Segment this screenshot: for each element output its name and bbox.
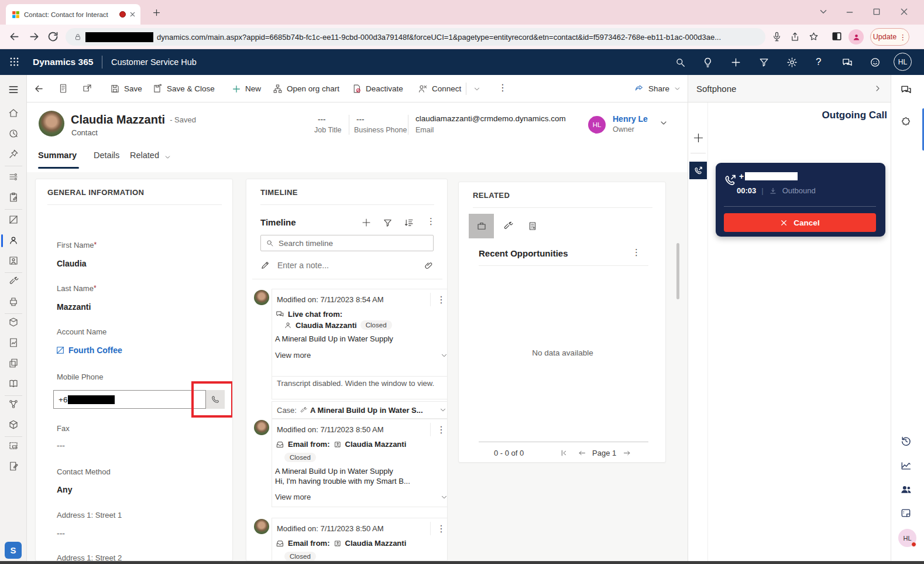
workspace-icon[interactable] [8, 172, 19, 182]
share-page-icon[interactable] [789, 31, 801, 42]
contact-photo-avatar[interactable] [39, 111, 64, 136]
tab-related[interactable]: Related [130, 151, 159, 160]
open-in-new-icon[interactable] [82, 83, 92, 94]
edge-sidebar-icon[interactable] [831, 30, 843, 42]
fax-value[interactable]: --- [57, 441, 65, 450]
tab-summary[interactable]: Summary [38, 151, 77, 160]
entry-from[interactable]: Claudia Mazzanti [296, 321, 357, 330]
knowledge-icon[interactable] [8, 317, 19, 327]
share-button[interactable]: Share [631, 75, 685, 102]
first-page-icon[interactable] [559, 449, 568, 457]
cases-icon[interactable] [8, 276, 19, 286]
related-tab-cases[interactable] [495, 214, 520, 238]
sticky-note-icon[interactable] [900, 507, 912, 519]
header-expand-chevron-icon[interactable] [659, 118, 668, 128]
note-entry-row[interactable]: Enter a note... [260, 260, 434, 270]
people-icon[interactable] [900, 483, 912, 495]
recent-clock-icon[interactable] [8, 128, 19, 139]
contact-method-value[interactable]: Any [57, 485, 72, 494]
history-icon[interactable] [900, 435, 912, 447]
timeline-entry-livechat[interactable]: Modified on: 7/11/2023 8:54 AM ⋮ Live ch… [272, 289, 448, 377]
timeline-kebab-icon[interactable]: ⋮ [427, 216, 435, 227]
queues-icon[interactable] [8, 296, 19, 307]
related-kebab-icon[interactable]: ⋮ [632, 247, 641, 258]
more-commands-chevron-icon[interactable] [473, 85, 481, 93]
active-call-tab[interactable] [689, 162, 707, 179]
flows-icon[interactable] [8, 399, 19, 409]
browser-menu-kebab-icon[interactable]: ⋮ [899, 33, 906, 42]
user-presence-avatar[interactable]: HL [898, 529, 916, 547]
browser-profile-avatar[interactable] [849, 29, 864, 45]
products-icon[interactable] [8, 419, 19, 430]
paperclip-icon[interactable] [424, 261, 434, 270]
app-name[interactable]: Customer Service Hub [111, 57, 197, 67]
browser-update-button[interactable]: Update ⋮ [870, 28, 909, 46]
waffle-icon[interactable] [9, 56, 20, 67]
expand-chevron-icon[interactable] [440, 351, 448, 360]
open-org-chart-button[interactable]: Open org chart [269, 75, 343, 102]
pinned-icon[interactable] [8, 149, 19, 159]
accounts-icon[interactable] [8, 214, 19, 225]
content-scrollbar[interactable] [676, 243, 679, 299]
articles-icon[interactable] [8, 358, 19, 368]
browser-tab[interactable]: Contact: Contact for Interact [6, 4, 140, 25]
smiley-icon[interactable] [870, 57, 881, 68]
social-profiles-icon[interactable] [8, 255, 19, 266]
address1-street1-value[interactable]: --- [57, 529, 65, 538]
overflow-kebab-icon[interactable]: ⋮ [498, 82, 507, 93]
email-value[interactable]: claudiamazzanti@crmdemo.dynamics.com [415, 114, 566, 123]
related-tab-entitlements[interactable] [520, 214, 545, 238]
timeline-search-input[interactable]: Search timeline [260, 235, 434, 251]
help-icon[interactable]: ? [816, 56, 821, 68]
expand-chevron-icon[interactable] [439, 406, 447, 414]
nav-back-icon[interactable] [33, 83, 44, 94]
entry-kebab-icon[interactable]: ⋮ [430, 293, 448, 306]
next-page-icon[interactable] [623, 449, 631, 457]
view-more-link[interactable]: View more [275, 493, 440, 501]
user-avatar[interactable]: HL [894, 53, 912, 71]
puzzle-icon[interactable] [900, 116, 912, 128]
favorite-star-icon[interactable] [808, 31, 819, 42]
window-maximize-icon[interactable] [872, 7, 881, 16]
activities-icon[interactable] [8, 192, 19, 203]
owner-name-link[interactable]: Henry Le [613, 114, 648, 124]
teams-chat-icon[interactable] [900, 84, 912, 96]
cancel-call-button[interactable]: Cancel [724, 213, 876, 232]
entry-from[interactable]: Claudia Mazzanti [345, 539, 407, 548]
window-minimize-icon[interactable] [845, 8, 854, 17]
lightbulb-icon[interactable] [702, 57, 713, 68]
forward-icon[interactable] [28, 30, 40, 43]
quick-create-plus-icon[interactable] [730, 57, 741, 68]
window-close-icon[interactable] [899, 7, 909, 16]
notes-icon[interactable] [8, 461, 19, 471]
owner-avatar[interactable]: HL [588, 116, 606, 134]
save-and-close-button[interactable]: Save & Close [149, 75, 218, 102]
entry-subject[interactable]: A Mineral Build Up in Water Supply [275, 467, 448, 476]
case-link[interactable]: A Mineral Build Up in Water S... [310, 406, 436, 415]
related-tab-opportunities[interactable] [469, 214, 494, 238]
view-more-link[interactable]: View more [275, 351, 440, 360]
filter-icon[interactable] [758, 57, 770, 68]
timeline-sort-icon[interactable] [404, 218, 414, 228]
book-icon[interactable] [8, 378, 19, 389]
entry-kebab-icon[interactable]: ⋮ [430, 522, 448, 535]
mic-icon[interactable] [771, 31, 782, 42]
timeline-filter-icon[interactable] [383, 218, 393, 228]
gear-icon[interactable] [786, 57, 798, 68]
timeline-entry-email[interactable]: Modified on: 7/11/2023 8:50 AM ⋮ Email f… [272, 518, 448, 561]
window-menu-chevron-icon[interactable] [818, 6, 829, 17]
form-selector-icon[interactable] [58, 83, 68, 94]
last-name-value[interactable]: Mazzanti [57, 302, 91, 312]
collapse-panel-chevron-icon[interactable] [873, 84, 882, 93]
account-name-lookup[interactable]: Fourth Coffee [56, 346, 122, 355]
connect-button[interactable]: Connect [414, 75, 465, 102]
previous-page-icon[interactable] [578, 449, 586, 457]
new-button[interactable]: New [228, 75, 265, 102]
back-icon[interactable] [8, 30, 20, 43]
tab-close-icon[interactable] [129, 11, 136, 18]
deactivate-button[interactable]: Deactivate [348, 75, 407, 102]
save-button[interactable]: Save [107, 75, 146, 102]
entry-from[interactable]: Claudia Mazzanti [345, 440, 407, 449]
url-bar[interactable]: dynamics.com/main.aspx?appid=6685b74b-fc… [66, 28, 765, 46]
timeline-add-icon[interactable] [361, 217, 372, 228]
